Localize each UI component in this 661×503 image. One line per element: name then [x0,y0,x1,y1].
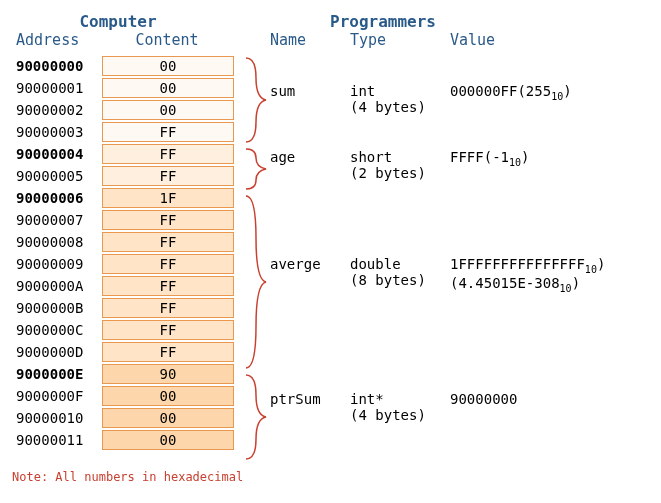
programmers-header: Programmers [330,12,661,31]
content-cell: FF [102,144,234,164]
memory-row: 9000000100 [12,77,244,99]
memory-row: 90000008FF [12,231,244,253]
memory-row: 9000000200 [12,99,244,121]
address-header: Address [12,31,102,49]
content-cell: 00 [102,56,234,76]
content-cell: FF [102,276,234,296]
address-cell: 90000003 [12,124,102,140]
memory-row: 9000000000 [12,55,244,77]
var-bytes: (8 bytes) [350,272,426,288]
var-bytes: (4 bytes) [350,99,426,115]
address-cell: 90000007 [12,212,102,228]
content-cell: 00 [102,386,234,406]
memory-row: 90000005FF [12,165,244,187]
var-bytes: (2 bytes) [350,165,426,181]
content-cell: FF [102,122,234,142]
content-cell: FF [102,254,234,274]
memory-row: 9000000AFF [12,275,244,297]
memory-row: 900000061F [12,187,244,209]
var-type: int [350,83,375,99]
var-bytes: (4 bytes) [350,407,426,423]
content-cell: 90 [102,364,234,384]
var-name: sum [270,83,350,115]
var-value: 1FFFFFFFFFFFFFFF10) [450,256,605,272]
variable-group: ageshort(2 bytes)FFFF(-110) [270,143,661,187]
var-name: age [270,149,350,181]
address-cell: 9000000B [12,300,102,316]
type-header: Type [350,31,450,49]
address-cell: 90000001 [12,80,102,96]
variable-group: avergedouble(8 bytes)1FFFFFFFFFFFFFFF10)… [270,187,661,363]
footnote: Note: All numbers in hexadecimal [12,470,661,484]
content-cell: FF [102,210,234,230]
content-cell: FF [102,232,234,252]
var-name: averge [270,256,350,294]
brace-icon [244,194,270,373]
computer-header: Computer [0,12,244,31]
content-cell: FF [102,166,234,186]
content-cell: 00 [102,408,234,428]
memory-row: 9000000E90 [12,363,244,385]
address-cell: 90000004 [12,146,102,162]
address-cell: 9000000A [12,278,102,294]
address-cell: 9000000E [12,366,102,382]
content-cell: FF [102,320,234,340]
var-type: double [350,256,401,272]
var-value: 000000FF(25510) [450,83,572,99]
memory-row: 9000001000 [12,407,244,429]
memory-row: 90000004FF [12,143,244,165]
address-cell: 90000006 [12,190,102,206]
content-cell: 00 [102,100,234,120]
address-cell: 90000005 [12,168,102,184]
memory-row: 9000000DFF [12,341,244,363]
variable-group: sumint(4 bytes)000000FF(25510) [270,55,661,143]
memory-row: 9000000CFF [12,319,244,341]
address-cell: 90000010 [12,410,102,426]
address-cell: 9000000C [12,322,102,338]
var-type: int* [350,391,384,407]
var-value2: (4.45015E-30810) [450,275,580,291]
var-type: short [350,149,392,165]
content-cell: FF [102,342,234,362]
brace-icon [244,56,270,147]
memory-row: 90000003FF [12,121,244,143]
address-cell: 90000011 [12,432,102,448]
memory-row: 9000001100 [12,429,244,451]
var-value: FFFF(-110) [450,149,530,165]
content-cell: 00 [102,430,234,450]
content-cell: 00 [102,78,234,98]
address-cell: 9000000D [12,344,102,360]
brace-icon [244,373,270,464]
address-cell: 90000000 [12,58,102,74]
memory-row: 90000009FF [12,253,244,275]
var-value: 90000000 [450,391,517,407]
address-cell: 9000000F [12,388,102,404]
memory-row: 9000000F00 [12,385,244,407]
content-cell: 1F [102,188,234,208]
value-header: Value [450,31,495,49]
address-cell: 90000002 [12,102,102,118]
variable-group: ptrSumint*(4 bytes)90000000 [270,363,661,451]
address-cell: 90000009 [12,256,102,272]
content-header: Content [102,31,232,49]
memory-row: 90000007FF [12,209,244,231]
memory-row: 9000000BFF [12,297,244,319]
name-header: Name [270,31,350,49]
content-cell: FF [102,298,234,318]
brace-icon [244,147,270,194]
var-name: ptrSum [270,391,350,423]
address-cell: 90000008 [12,234,102,250]
